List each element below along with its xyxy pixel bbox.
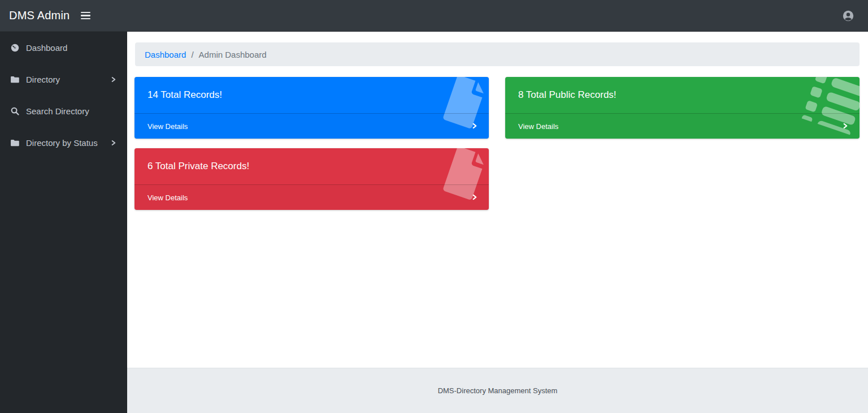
view-details-label: View Details	[518, 122, 558, 131]
app-root: DMS Admin	[0, 0, 868, 413]
view-details-label: View Details	[147, 193, 188, 202]
chevron-right-icon	[110, 139, 117, 147]
body-row: Dashboard Directory	[0, 32, 868, 413]
sidebar-item-search-directory[interactable]: Search Directory	[0, 100, 127, 123]
sidebar-item-label: Search Directory	[26, 106, 117, 116]
card-body: 6 Total Private Records!	[134, 148, 489, 184]
chevron-right-icon	[842, 122, 848, 131]
chevron-right-icon	[471, 193, 478, 202]
card-title: 6 Total Private Records!	[147, 161, 249, 172]
stat-cards: 14 Total Records! View Details	[134, 77, 860, 210]
total-records-card: 14 Total Records! View Details	[134, 77, 489, 139]
sidebar-item-directory[interactable]: Directory	[0, 68, 127, 91]
view-details-link[interactable]: View Details	[134, 113, 489, 139]
sidebar-item-directory-by-status[interactable]: Directory by Status	[0, 131, 127, 154]
chevron-right-icon	[110, 76, 117, 83]
card-title: 8 Total Public Records!	[518, 89, 617, 101]
tachometer-icon	[9, 43, 20, 53]
brand-link[interactable]: DMS Admin	[9, 9, 70, 22]
main-content: Dashboard / Admin Dashboard	[127, 32, 868, 368]
sidebar: Dashboard Directory	[0, 32, 127, 413]
hamburger-icon[interactable]	[80, 10, 92, 22]
sidebar-item-label: Directory	[26, 75, 110, 84]
sidebar-item-dashboard[interactable]: Dashboard	[0, 36, 127, 59]
page-footer: DMS-Directory Management System	[127, 368, 868, 413]
view-details-link[interactable]: View Details	[134, 184, 489, 210]
breadcrumb-current: Admin Dashboard	[199, 50, 267, 59]
breadcrumb-separator: /	[191, 50, 193, 59]
sidebar-nav: Dashboard Directory	[0, 36, 127, 154]
top-navbar: DMS Admin	[0, 0, 868, 32]
card-body: 14 Total Records!	[134, 77, 489, 113]
sidebar-item-label: Dashboard	[26, 43, 117, 53]
user-circle-icon[interactable]	[842, 10, 854, 22]
card-body: 8 Total Public Records!	[505, 77, 860, 113]
breadcrumb: Dashboard / Admin Dashboard	[135, 42, 860, 66]
total-private-records-card: 6 Total Private Records! View Details	[134, 148, 489, 210]
breadcrumb-link-dashboard[interactable]: Dashboard	[145, 50, 186, 59]
view-details-link[interactable]: View Details	[505, 113, 860, 139]
view-details-label: View Details	[147, 122, 188, 131]
main-column: Dashboard / Admin Dashboard	[127, 32, 868, 413]
navbar-left: DMS Admin	[9, 9, 92, 22]
card-title: 14 Total Records!	[147, 89, 222, 101]
sidebar-item-label: Directory by Status	[26, 138, 110, 148]
chevron-right-icon	[471, 122, 478, 131]
total-public-records-card: 8 Total Public Records! View Details	[505, 77, 860, 139]
folder-icon	[9, 75, 20, 84]
search-icon	[9, 106, 20, 116]
folder-icon	[9, 138, 20, 148]
footer-text: DMS-Directory Management System	[438, 386, 558, 395]
